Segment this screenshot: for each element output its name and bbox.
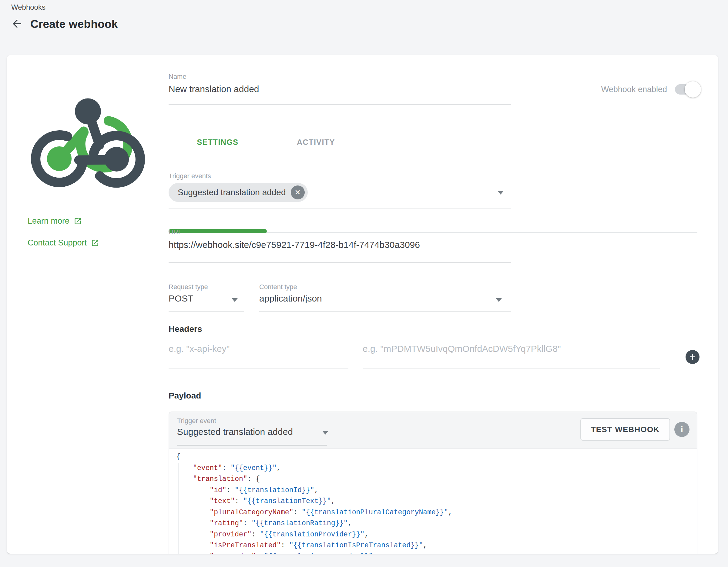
name-label: Name — [169, 73, 186, 81]
payload-trigger-event-select[interactable]: Suggested translation added — [177, 427, 293, 437]
payload-panel: Trigger event Suggested translation adde… — [169, 411, 697, 554]
chevron-down-icon — [232, 298, 238, 302]
plus-icon: + — [689, 351, 696, 362]
learn-more-link[interactable]: Learn more — [28, 217, 82, 226]
name-input[interactable] — [169, 82, 508, 96]
chevron-down-icon — [322, 431, 328, 434]
open-in-new-icon — [74, 217, 82, 225]
webhook-logo — [26, 74, 150, 195]
contact-support-link[interactable]: Contact Support — [28, 238, 99, 248]
headers-heading: Headers — [169, 324, 202, 334]
request-type-select[interactable]: POST — [169, 293, 193, 303]
chip-remove-icon[interactable]: ✕ — [291, 186, 305, 200]
title-row: Create webhook — [10, 18, 118, 31]
content-type-label: Content type — [259, 283, 297, 291]
content-type-underline — [259, 311, 511, 311]
payload-code: { "event": "{{event}}", "translation": {… — [176, 451, 691, 554]
url-label: URL — [169, 228, 182, 236]
test-webhook-button[interactable]: TEST WEBHOOK — [580, 418, 670, 441]
request-type-underline — [169, 311, 244, 311]
add-header-button[interactable]: + — [686, 350, 699, 364]
learn-more-label: Learn more — [28, 217, 69, 226]
breadcrumb[interactable]: Webhooks — [11, 3, 45, 12]
webhook-enabled-toggle[interactable] — [675, 84, 699, 95]
toggle-knob-icon — [685, 81, 701, 98]
webhook-enabled-row: Webhook enabled — [601, 84, 699, 95]
header-key-underline — [169, 368, 348, 369]
payload-code-editor[interactable]: { "event": "{{event}}", "translation": {… — [169, 449, 697, 554]
webhook-enabled-label: Webhook enabled — [601, 85, 667, 94]
webhook-card: Learn more Contact Support Name Webhook … — [7, 55, 718, 554]
name-underline — [169, 104, 511, 105]
active-tab-indicator — [169, 229, 267, 233]
contact-support-label: Contact Support — [28, 238, 87, 248]
header-key-input[interactable] — [169, 344, 347, 354]
url-input[interactable] — [169, 238, 508, 252]
header-value-input[interactable] — [363, 344, 657, 354]
payload-panel-header: Trigger event Suggested translation adde… — [169, 412, 697, 449]
page-title: Create webhook — [30, 18, 118, 31]
content-type-select[interactable]: application/json — [259, 293, 322, 303]
chevron-down-icon — [496, 298, 502, 302]
trigger-event-chip[interactable]: Suggested translation added ✕ — [169, 183, 308, 202]
request-type-label: Request type — [169, 283, 208, 291]
trigger-events-label: Trigger events — [169, 172, 211, 180]
open-in-new-icon — [91, 239, 99, 247]
chip-label: Suggested translation added — [178, 188, 286, 197]
payload-trigger-event-underline — [177, 445, 327, 445]
back-button[interactable] — [10, 18, 24, 31]
tab-settings[interactable]: SETTINGS — [169, 133, 267, 151]
payload-heading: Payload — [169, 391, 201, 401]
header-value-underline — [363, 368, 660, 369]
chevron-down-icon[interactable] — [498, 191, 504, 195]
tab-bar: SETTINGS ACTIVITY — [169, 133, 697, 155]
tab-activity[interactable]: ACTIVITY — [267, 133, 365, 151]
trigger-events-underline — [169, 208, 511, 209]
arrow-back-icon — [11, 17, 23, 31]
info-icon[interactable]: i — [674, 422, 689, 437]
create-webhook-page: Webhooks Create webhook — [0, 0, 728, 567]
url-underline — [169, 262, 511, 263]
payload-trigger-event-label: Trigger event — [177, 417, 216, 425]
